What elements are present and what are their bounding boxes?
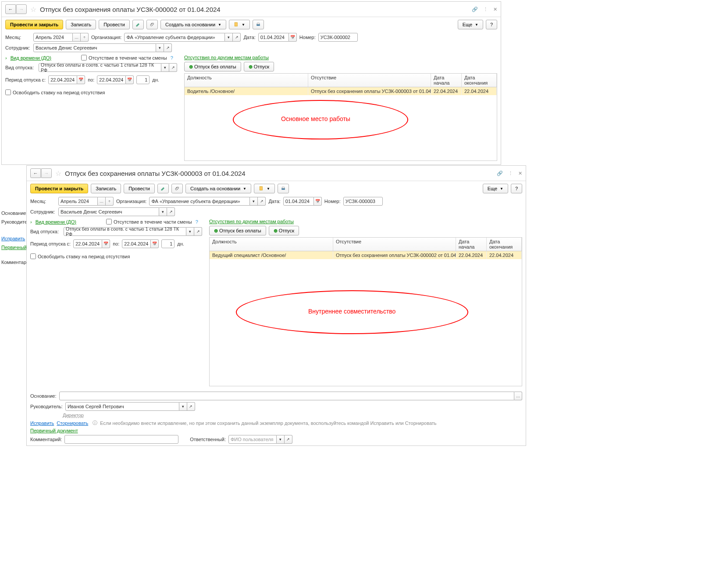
employee-open-button[interactable]: ↗ [167,207,175,216]
edit-icon-button[interactable] [132,20,144,29]
link-icon[interactable]: 🔗 [472,7,478,12]
save-button[interactable]: Записать [66,20,96,29]
help-button[interactable]: ? [486,20,497,29]
month-picker-button[interactable]: … [73,33,81,42]
nav-forward-button[interactable]: → [41,168,52,178]
col-position[interactable]: Должность [185,74,308,87]
kebab-icon[interactable]: ⋮ [483,7,488,12]
kebab-icon[interactable]: ⋮ [508,171,513,176]
comment-input[interactable] [64,435,178,444]
period-to-cal-button[interactable]: 📅 [151,239,159,248]
help-button[interactable]: ? [511,184,522,193]
period-to-input[interactable]: 22.04.2024 [97,75,126,84]
col-absence[interactable]: Отсутствие [308,74,431,87]
responsible-input[interactable]: ФИО пользователя [228,435,277,444]
leave-type-input[interactable]: Отпуск без оплаты в соотв. с частью 1 ст… [39,63,161,72]
leave-type-open-button[interactable]: ↗ [194,227,202,236]
table-row[interactable]: Ведущий специалист /Основное/ Отпуск без… [210,251,522,259]
period-from-input[interactable]: 22.04.2024 [73,239,102,248]
employee-input[interactable]: Васильев Денис Сергеевич [58,207,159,216]
director-link[interactable]: Директор [63,413,84,418]
org-input[interactable]: ФА «Управление субъекта федерации» [149,197,250,206]
period-from-cal-button[interactable]: 📅 [102,239,110,248]
month-stepper-button[interactable]: ÷ [81,33,89,42]
release-rate-checkbox[interactable] [30,253,36,259]
date-calendar-button[interactable]: 📅 [314,197,322,206]
help-icon[interactable]: ? [171,55,173,61]
org-input[interactable]: ФА «Управление субъекта федерации» [124,33,225,42]
org-dropdown-button[interactable]: ▾ [225,33,233,42]
col-date-start[interactable]: Дата начала [431,74,462,87]
table-row[interactable]: Водитель /Основное/ Отпуск без сохранени… [185,87,497,95]
org-open-button[interactable]: ↗ [258,197,266,206]
period-from-input[interactable]: 22.04.2024 [48,75,77,84]
close-icon[interactable]: ✕ [493,7,497,12]
submit-button[interactable]: Провести [124,184,155,193]
part-shift-checkbox[interactable] [81,55,87,61]
add-unpaid-leave-button[interactable]: ⊕Отпуск без оплаты [184,62,241,71]
other-places-link[interactable]: Отсутствия по другим местам работы [184,55,269,60]
attach-icon-button[interactable] [146,20,158,29]
col-date-end[interactable]: Дата окончания [487,238,522,251]
head-open-button[interactable]: ↗ [187,402,195,411]
date-calendar-button[interactable]: 📅 [289,33,297,42]
employee-dropdown-button[interactable]: ▾ [159,207,167,216]
submit-close-button[interactable]: Провести и закрыть [5,20,63,29]
print-button[interactable] [278,184,289,193]
head-dropdown-button[interactable]: ▾ [179,402,187,411]
add-vacation-button[interactable]: ⊕Отпуск [269,226,299,235]
edit-icon-button[interactable] [157,184,169,193]
org-open-button[interactable]: ↗ [233,33,241,42]
leave-type-dropdown-button[interactable]: ▾ [186,227,194,236]
date-input[interactable]: 01.04.2024 [283,197,314,206]
days-input[interactable]: 1 [136,75,150,84]
help-icon[interactable]: ? [196,219,198,225]
primary-doc-link[interactable]: Первичный документ [30,428,78,433]
responsible-dropdown-button[interactable]: ▾ [277,435,285,444]
submit-button[interactable]: Провести [99,20,130,29]
col-position[interactable]: Должность [210,238,333,251]
col-date-start[interactable]: Дата начала [456,238,487,251]
leave-type-dropdown-button[interactable]: ▾ [161,63,169,72]
period-to-input[interactable]: 22.04.2024 [122,239,151,248]
add-vacation-button[interactable]: ⊕Отпуск [244,62,274,71]
leave-type-input[interactable]: Отпуск без оплаты в соотв. с частью 1 ст… [64,227,186,236]
create-based-button[interactable]: Создать на основании▼ [185,184,251,193]
employee-open-button[interactable]: ↗ [164,43,172,52]
print-button[interactable] [253,20,264,29]
print-menu-button[interactable]: ▼ [229,20,250,29]
number-input[interactable]: УСЗК-000002 [318,33,358,42]
print-menu-button[interactable]: ▼ [254,184,275,193]
storno-link[interactable]: Сторнировать [57,421,88,426]
nav-forward-button[interactable]: → [16,4,27,14]
period-to-cal-button[interactable]: 📅 [126,75,134,84]
basis-open-button[interactable]: … [514,392,522,400]
month-input[interactable]: Апрель 2024 [58,197,98,206]
save-button[interactable]: Записать [91,184,121,193]
part-shift-checkbox[interactable] [106,219,112,225]
nav-back-button[interactable]: ← [5,4,16,14]
favorite-star-icon[interactable]: ☆ [55,169,61,178]
link-icon[interactable]: 🔗 [497,171,503,176]
more-button[interactable]: Еще▼ [483,184,508,193]
col-date-end[interactable]: Дата окончания [462,74,497,87]
number-input[interactable]: УСЗК-000003 [343,197,383,206]
close-icon[interactable]: ✕ [518,171,522,176]
responsible-open-button[interactable]: ↗ [285,435,292,444]
month-picker-button[interactable]: … [98,197,106,206]
month-input[interactable]: Апрель 2024 [33,33,73,42]
leave-type-open-button[interactable]: ↗ [169,63,177,72]
basis-input[interactable] [59,392,514,400]
employee-dropdown-button[interactable]: ▾ [156,43,164,52]
days-input[interactable]: 1 [161,239,175,248]
employee-input[interactable]: Васильев Денис Сергеевич [33,43,156,52]
other-places-link[interactable]: Отсутствия по другим местам работы [209,219,294,224]
create-based-button[interactable]: Создать на основании▼ [160,20,226,29]
time-type-link[interactable]: Вид времени (ДО) [36,219,76,225]
release-rate-checkbox[interactable] [5,89,11,95]
time-type-link[interactable]: Вид времени (ДО) [11,55,51,61]
fix-link[interactable]: Исправить [30,421,54,426]
date-input[interactable]: 01.04.2024 [258,33,289,42]
more-button[interactable]: Еще▼ [458,20,483,29]
head-input[interactable]: Иванов Сергей Петрович [65,402,179,411]
